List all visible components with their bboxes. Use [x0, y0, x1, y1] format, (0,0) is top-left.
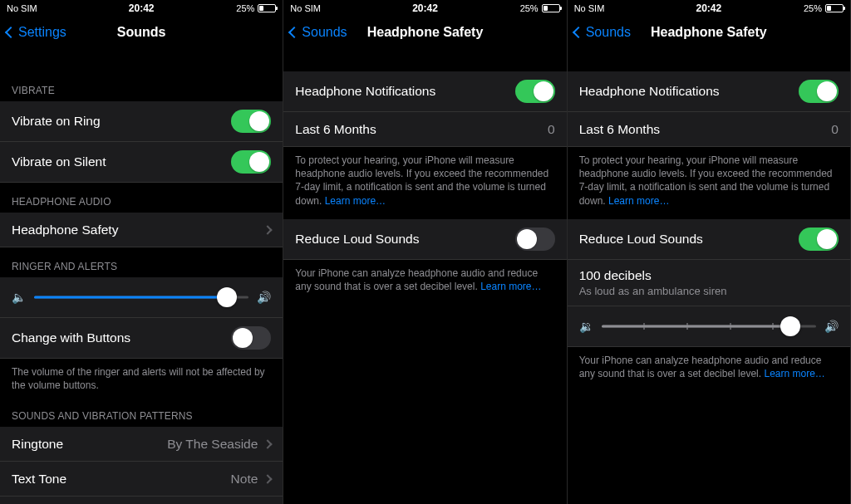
back-label: Settings — [18, 25, 66, 40]
label-headphone-safety: Headphone Safety — [12, 223, 118, 237]
toggle-vibrate-on-silent[interactable] — [231, 150, 271, 174]
link-learn-more-hearing[interactable]: Learn more… — [325, 195, 386, 207]
status-carrier: No SIM — [290, 3, 321, 13]
footer-reduce: Your iPhone can analyze headphone audio … — [283, 260, 566, 305]
value-ringtone: By The Seaside — [167, 437, 258, 452]
battery-icon — [825, 4, 844, 12]
status-battery-pct: 25% — [236, 3, 254, 13]
status-battery-pct: 25% — [804, 3, 822, 13]
volume-high-icon: 🔊 — [824, 320, 839, 333]
cell-change-with-buttons[interactable]: Change with Buttons — [0, 318, 283, 359]
value-last-6-months: 0 — [548, 122, 555, 137]
cell-ringtone[interactable]: Ringtone By The Seaside — [0, 427, 283, 462]
status-carrier: No SIM — [7, 3, 37, 13]
status-bar: No SIM 20:42 25% — [568, 0, 850, 17]
screen-headphone-safety-on: No SIM 20:42 25% Sounds Headphone Safety… — [568, 0, 851, 504]
label-text-tone: Text Tone — [12, 472, 66, 487]
chevron-right-icon — [263, 225, 273, 234]
section-header-vibrate: VIBRATE — [0, 71, 283, 101]
value-last-6-months: 0 — [831, 122, 839, 137]
status-carrier: No SIM — [574, 3, 605, 13]
cell-reduce-loud-sounds[interactable]: Reduce Loud Sounds — [283, 219, 566, 260]
section-header-ringer: RINGER AND ALERTS — [0, 247, 283, 277]
status-bar: No SIM 20:42 25% — [0, 0, 283, 17]
footer-reduce: Your iPhone can analyze headphone audio … — [568, 347, 850, 392]
page-title: Sounds — [117, 25, 166, 40]
cell-vibrate-on-silent[interactable]: Vibrate on Silent — [0, 142, 283, 183]
battery-icon — [542, 4, 560, 12]
label-reduce-loud-sounds: Reduce Loud Sounds — [295, 232, 419, 247]
nav-bar: Sounds Headphone Safety — [283, 17, 566, 48]
status-bar: No SIM 20:42 25% — [283, 0, 566, 17]
label-change-with-buttons: Change with Buttons — [12, 330, 130, 345]
label-vibrate-on-ring: Vibrate on Ring — [12, 114, 101, 129]
label-headphone-notifications: Headphone Notifications — [295, 84, 435, 99]
chevron-left-icon — [573, 27, 584, 38]
label-headphone-notifications: Headphone Notifications — [579, 84, 720, 99]
back-label: Sounds — [302, 25, 347, 40]
footer-hearing: To protect your hearing, your iPhone wil… — [283, 147, 566, 219]
cell-decibel-level: 100 decibels As loud as an ambulance sir… — [568, 260, 850, 306]
label-reduce-loud-sounds: Reduce Loud Sounds — [579, 232, 703, 247]
status-time: 20:42 — [412, 2, 438, 14]
link-learn-more-reduce[interactable]: Learn more… — [480, 281, 541, 292]
section-header-patterns: SOUNDS AND VIBRATION PATTERNS — [0, 404, 283, 427]
cell-decibel-slider[interactable]: 🔉 🔊 — [568, 306, 850, 347]
chevron-right-icon — [263, 439, 273, 448]
toggle-reduce-loud-sounds[interactable] — [515, 228, 555, 251]
cell-ringer-slider[interactable]: 🔈 🔊 — [0, 277, 283, 318]
screen-sounds: No SIM 20:42 25% Settings Sounds VIBRATE… — [0, 0, 283, 504]
cell-headphone-notifications[interactable]: Headphone Notifications — [283, 71, 566, 112]
toggle-headphone-notifications[interactable] — [799, 80, 839, 103]
volume-high-icon: 🔊 — [257, 291, 271, 304]
page-title: Headphone Safety — [651, 25, 767, 40]
volume-low-icon: 🔈 — [12, 291, 26, 304]
label-vibrate-on-silent: Vibrate on Silent — [12, 154, 106, 169]
cell-headphone-notifications[interactable]: Headphone Notifications — [568, 71, 850, 112]
cell-reduce-loud-sounds[interactable]: Reduce Loud Sounds — [568, 219, 850, 260]
back-button[interactable]: Sounds — [290, 25, 347, 40]
cell-new-voicemail[interactable]: New Voicemail Tri-tone — [0, 497, 283, 504]
screen-headphone-safety-off: No SIM 20:42 25% Sounds Headphone Safety… — [283, 0, 567, 504]
chevron-left-icon — [5, 27, 17, 38]
back-label: Sounds — [586, 25, 631, 40]
value-text-tone: Note — [231, 472, 258, 487]
label-last-6-months: Last 6 Months — [295, 122, 376, 137]
label-decibels: 100 decibels — [579, 268, 652, 283]
cell-vibrate-on-ring[interactable]: Vibrate on Ring — [0, 101, 283, 142]
status-time: 20:42 — [129, 2, 155, 14]
page-title: Headphone Safety — [367, 25, 484, 40]
back-button[interactable]: Sounds — [574, 25, 631, 40]
status-time: 20:42 — [696, 2, 721, 14]
volume-low-icon: 🔉 — [579, 320, 593, 333]
chevron-right-icon — [263, 474, 273, 483]
sublabel-decibels: As loud as an ambulance siren — [579, 285, 727, 297]
footer-ringer: The volume of the ringer and alerts will… — [0, 359, 283, 404]
label-ringtone: Ringtone — [12, 437, 63, 452]
status-battery-pct: 25% — [520, 3, 539, 13]
toggle-reduce-loud-sounds[interactable] — [799, 228, 839, 251]
toggle-change-with-buttons[interactable] — [231, 326, 271, 350]
link-learn-more-hearing[interactable]: Learn more… — [608, 195, 669, 207]
footer-hearing: To protect your hearing, your iPhone wil… — [568, 147, 850, 219]
label-last-6-months: Last 6 Months — [579, 122, 660, 137]
ringer-volume-slider[interactable] — [34, 287, 248, 307]
toggle-vibrate-on-ring[interactable] — [231, 110, 271, 133]
section-header-headphone-audio: HEADPHONE AUDIO — [0, 183, 283, 213]
link-learn-more-reduce[interactable]: Learn more… — [764, 368, 824, 379]
cell-last-6-months[interactable]: Last 6 Months 0 — [568, 112, 850, 147]
toggle-headphone-notifications[interactable] — [515, 80, 555, 103]
decibel-slider[interactable] — [602, 316, 816, 336]
nav-bar: Sounds Headphone Safety — [568, 17, 850, 48]
nav-bar: Settings Sounds — [0, 17, 283, 48]
cell-headphone-safety[interactable]: Headphone Safety — [0, 213, 283, 247]
battery-icon — [258, 4, 276, 12]
chevron-left-icon — [288, 27, 300, 38]
back-button[interactable]: Settings — [7, 25, 66, 40]
cell-text-tone[interactable]: Text Tone Note — [0, 462, 283, 497]
cell-last-6-months[interactable]: Last 6 Months 0 — [283, 112, 566, 147]
